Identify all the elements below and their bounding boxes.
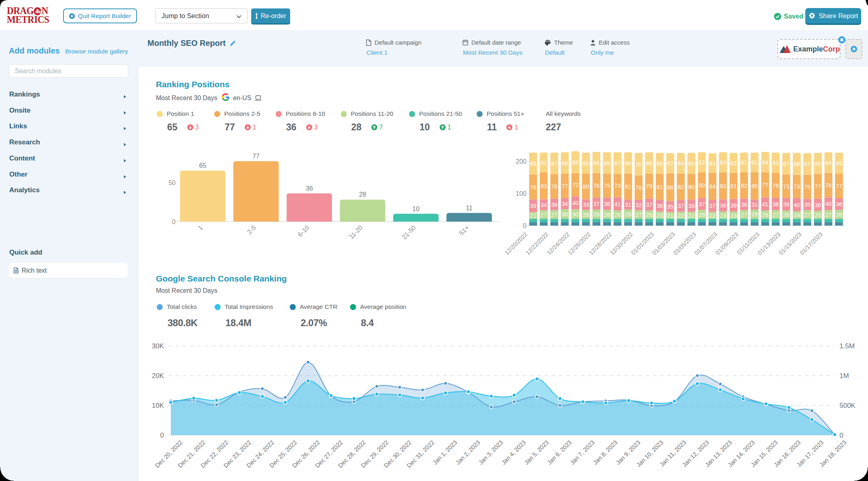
- svg-text:27: 27: [741, 212, 747, 218]
- svg-text:80: 80: [688, 184, 695, 190]
- svg-text:26: 26: [614, 212, 621, 218]
- svg-text:34: 34: [540, 202, 547, 208]
- svg-text:66: 66: [593, 160, 600, 166]
- svg-text:67: 67: [804, 161, 811, 167]
- svg-text:200: 200: [516, 158, 526, 165]
- svg-text:36: 36: [836, 201, 842, 208]
- svg-text:36: 36: [551, 201, 558, 208]
- svg-text:0: 0: [839, 432, 843, 439]
- svg-text:73: 73: [614, 183, 621, 189]
- svg-text:28: 28: [604, 212, 610, 218]
- svg-text:32: 32: [635, 202, 642, 208]
- svg-text:66: 66: [604, 160, 610, 166]
- svg-text:68: 68: [572, 159, 579, 166]
- svg-text:64: 64: [825, 160, 832, 166]
- svg-text:0: 0: [523, 222, 526, 229]
- svg-text:39: 39: [731, 202, 737, 209]
- svg-text:37: 37: [593, 201, 600, 207]
- svg-text:26: 26: [646, 212, 653, 218]
- svg-text:21: 21: [530, 212, 536, 219]
- svg-text:65: 65: [199, 162, 207, 169]
- svg-text:66: 66: [646, 160, 653, 166]
- svg-text:37: 37: [699, 201, 705, 208]
- svg-text:23: 23: [731, 212, 737, 219]
- svg-text:50: 50: [168, 179, 176, 186]
- svg-text:33: 33: [583, 201, 589, 208]
- svg-text:40: 40: [572, 200, 579, 206]
- svg-text:41: 41: [762, 201, 768, 208]
- svg-text:28: 28: [359, 191, 366, 198]
- svg-text:0: 0: [160, 432, 164, 439]
- svg-text:27: 27: [825, 212, 832, 218]
- svg-text:38: 38: [773, 201, 779, 208]
- svg-text:75: 75: [804, 184, 811, 190]
- svg-text:36: 36: [306, 185, 313, 192]
- svg-text:10K: 10K: [152, 402, 164, 409]
- svg-text:Jan 8, 2023: Jan 8, 2023: [592, 439, 618, 466]
- svg-text:11-20: 11-20: [348, 224, 364, 240]
- svg-text:66: 66: [562, 160, 568, 166]
- svg-text:63: 63: [720, 159, 726, 166]
- svg-text:80: 80: [699, 182, 705, 189]
- svg-text:77: 77: [252, 153, 260, 160]
- svg-text:1M: 1M: [839, 372, 849, 380]
- svg-text:62: 62: [699, 159, 705, 166]
- svg-text:63: 63: [773, 160, 779, 166]
- svg-text:77: 77: [836, 183, 842, 189]
- svg-text:51+: 51+: [458, 224, 470, 236]
- svg-text:Jan 3, 2023: Jan 3, 2023: [477, 439, 504, 466]
- svg-text:28: 28: [699, 212, 705, 218]
- svg-text:39: 39: [783, 201, 790, 208]
- svg-text:38: 38: [604, 201, 610, 207]
- svg-text:83: 83: [540, 183, 547, 189]
- svg-text:67: 67: [783, 161, 790, 167]
- svg-text:Jan 4, 2023: Jan 4, 2023: [500, 439, 527, 466]
- svg-text:67: 67: [614, 160, 621, 166]
- svg-text:1: 1: [197, 224, 204, 231]
- svg-text:21-50: 21-50: [401, 224, 417, 240]
- svg-text:81: 81: [731, 183, 737, 189]
- svg-text:78: 78: [530, 184, 536, 191]
- svg-text:20K: 20K: [152, 372, 164, 380]
- svg-text:23: 23: [720, 212, 726, 219]
- svg-text:36: 36: [741, 201, 747, 208]
- svg-text:27: 27: [551, 212, 558, 218]
- svg-text:40: 40: [825, 201, 832, 207]
- svg-text:27: 27: [635, 212, 642, 218]
- svg-text:81: 81: [625, 183, 631, 190]
- svg-text:30K: 30K: [152, 342, 164, 350]
- svg-text:25: 25: [815, 212, 821, 218]
- svg-text:37: 37: [709, 203, 716, 209]
- svg-text:Jan 1, 2023: Jan 1, 2023: [431, 439, 458, 466]
- svg-text:76: 76: [551, 183, 558, 190]
- svg-text:28: 28: [583, 212, 589, 218]
- svg-text:80: 80: [583, 183, 589, 190]
- svg-text:68: 68: [530, 160, 536, 167]
- svg-text:37: 37: [646, 201, 653, 208]
- svg-text:1.5M: 1.5M: [839, 342, 855, 350]
- svg-text:66: 66: [625, 160, 631, 166]
- svg-text:21: 21: [667, 212, 674, 219]
- svg-text:84: 84: [709, 183, 716, 190]
- svg-text:76: 76: [635, 185, 642, 191]
- svg-text:65: 65: [657, 160, 663, 167]
- svg-text:31: 31: [751, 201, 758, 208]
- svg-text:01/17/2023: 01/17/2023: [798, 231, 824, 256]
- svg-text:22: 22: [678, 212, 684, 219]
- svg-text:81: 81: [657, 184, 663, 190]
- svg-text:27: 27: [773, 212, 779, 218]
- svg-text:73: 73: [794, 183, 800, 190]
- svg-text:77: 77: [815, 183, 821, 190]
- svg-text:65: 65: [688, 160, 695, 167]
- svg-text:35: 35: [804, 201, 811, 208]
- svg-text:77: 77: [762, 182, 768, 188]
- svg-text:Jan 2, 2023: Jan 2, 2023: [454, 439, 481, 466]
- svg-text:34: 34: [562, 201, 568, 207]
- svg-text:62: 62: [667, 160, 674, 166]
- svg-text:31: 31: [625, 201, 631, 208]
- svg-text:24: 24: [794, 212, 800, 218]
- svg-text:72: 72: [572, 182, 579, 188]
- svg-text:Jan 6, 2023: Jan 6, 2023: [546, 439, 573, 466]
- svg-text:35: 35: [667, 204, 674, 210]
- svg-text:64: 64: [762, 159, 768, 166]
